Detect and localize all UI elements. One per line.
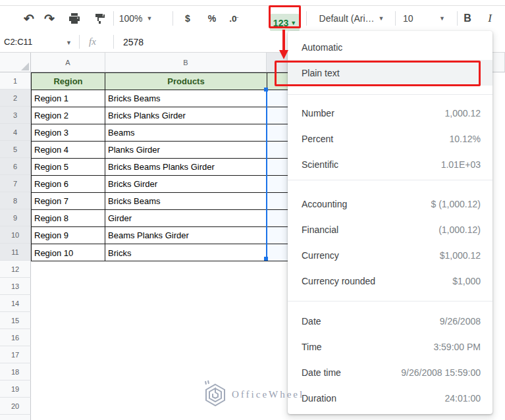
data-table: Region Products Region 1 Bricks Beams Re…	[31, 72, 267, 261]
row-header-16[interactable]: 16	[0, 329, 31, 346]
cell-a7[interactable]: Region 6	[32, 176, 105, 192]
cell-b8[interactable]: Bricks Beams	[105, 193, 267, 209]
table-row: Region 7 Bricks Beams	[32, 193, 267, 210]
toolbar-divider	[457, 11, 458, 26]
menu-divider	[288, 94, 492, 95]
table-row: Region 8 Girder	[32, 210, 267, 227]
officewheel-watermark: OfficeWheel	[201, 379, 304, 409]
select-all-corner[interactable]	[0, 53, 31, 72]
row-header-2[interactable]: 2	[0, 90, 31, 107]
menu-item-number[interactable]: Number1,000.12	[288, 100, 492, 126]
cell-b11[interactable]: Bricks	[105, 244, 267, 261]
cell-b3[interactable]: Bricks Planks Girder	[105, 107, 267, 124]
row-header-1[interactable]: 1	[0, 72, 31, 90]
menu-item-example: 1,000.12	[445, 108, 481, 118]
watermark-text: OfficeWheel	[232, 389, 304, 400]
menu-item-currency[interactable]: Currency$1,000.12	[288, 242, 492, 268]
print-icon[interactable]	[67, 6, 82, 31]
cell-b1[interactable]: Products	[105, 73, 267, 90]
cell-a1[interactable]: Region	[32, 73, 105, 90]
row-header-4[interactable]: 4	[0, 124, 31, 141]
row-header-5[interactable]: 5	[0, 141, 31, 158]
cell-b9[interactable]: Girder	[105, 210, 267, 226]
cell-a5[interactable]: Region 4	[32, 142, 105, 158]
paint-format-icon[interactable]	[93, 6, 107, 31]
column-header-a[interactable]: A	[31, 53, 105, 72]
row-header-10[interactable]: 10	[0, 226, 31, 244]
cell-a8[interactable]: Region 7	[32, 193, 105, 209]
table-row: Region 10 Bricks	[32, 244, 267, 261]
cell-b6[interactable]: Bricks Beams Planks Girder	[105, 159, 267, 175]
cell-b2[interactable]: Bricks Beams	[105, 90, 267, 107]
row-header-12[interactable]: 12	[0, 261, 31, 278]
cell-b10[interactable]: Beams Planks Girder	[105, 227, 267, 244]
menu-item-example: $1,000.12	[440, 250, 481, 261]
table-row: Region 9 Beams Planks Girder	[32, 227, 267, 244]
toolbar-divider	[113, 11, 114, 26]
row-header-15[interactable]: 15	[0, 312, 31, 329]
row-header-3[interactable]: 3	[0, 107, 31, 124]
menu-item-label: Scientific	[302, 159, 338, 170]
menu-divider	[288, 180, 492, 180]
cell-a11[interactable]: Region 10	[32, 244, 105, 261]
formula-input[interactable]: 2578	[123, 31, 144, 53]
font-family-select[interactable]: Default (Ari… ▼	[315, 6, 388, 31]
cell-a2[interactable]: Region 1	[32, 90, 105, 107]
cell-a10[interactable]: Region 9	[32, 227, 105, 244]
menu-item-automatic[interactable]: Automatic	[288, 34, 492, 60]
row-header-7[interactable]: 7	[0, 175, 31, 192]
format-percent-button[interactable]: %	[205, 6, 219, 31]
cell-a9[interactable]: Region 8	[32, 210, 105, 226]
format-currency-button[interactable]: $	[182, 6, 194, 31]
menu-item-example: $ (1,000.12)	[431, 199, 481, 209]
menu-item-currency-rounded[interactable]: Currency rounded$1,000	[288, 268, 492, 294]
officewheel-logo-icon	[201, 379, 229, 409]
row-header-14[interactable]: 14	[0, 295, 31, 312]
table-row: Region 5 Bricks Beams Planks Girder	[32, 159, 267, 176]
bold-button[interactable]: B	[462, 6, 473, 31]
cell-b4[interactable]: Beams	[105, 124, 267, 141]
column-header-b[interactable]: B	[105, 53, 267, 72]
row-header-6[interactable]: 6	[0, 158, 31, 175]
menu-item-date-time[interactable]: Date time9/26/2008 15:59:00	[288, 359, 492, 385]
row-header-8[interactable]: 8	[0, 192, 31, 209]
row-header-9[interactable]: 9	[0, 209, 31, 226]
menu-item-percent[interactable]: Percent10.12%	[288, 126, 492, 151]
zoom-select[interactable]: 100% ▼	[119, 6, 153, 31]
cell-a3[interactable]: Region 2	[32, 107, 105, 124]
row-header-13[interactable]: 13	[0, 278, 31, 295]
menu-item-accounting[interactable]: Accounting$ (1,000.12)	[288, 191, 492, 217]
row-header-21[interactable]: 21	[0, 415, 31, 420]
row-header-19[interactable]: 19	[0, 381, 31, 398]
menu-item-scientific[interactable]: Scientific1.01E+03	[288, 151, 492, 177]
selection-handle-top[interactable]	[264, 88, 268, 92]
name-box[interactable]: C2:C11	[4, 31, 32, 53]
cell-b5[interactable]: Planks Girder	[105, 142, 267, 158]
menu-item-financial[interactable]: Financial(1,000.12)	[288, 217, 492, 242]
row-header-11[interactable]: 11	[0, 244, 31, 261]
cell-a6[interactable]: Region 5	[32, 159, 105, 175]
italic-button[interactable]: I	[485, 6, 494, 31]
cell-a4[interactable]: Region 3	[32, 124, 105, 141]
font-size-select[interactable]: 10 ▼	[400, 6, 448, 31]
redo-icon[interactable]: ↷	[42, 6, 57, 31]
chevron-down-icon[interactable]: ▼	[66, 39, 72, 46]
menu-item-label: Currency rounded	[302, 276, 375, 286]
row-header-18[interactable]: 18	[0, 363, 31, 381]
toolbar-divider	[306, 11, 307, 26]
annotation-box-123-button	[269, 5, 301, 28]
sheet-area-right	[492, 72, 505, 420]
cell-b7[interactable]: Bricks Girder	[105, 176, 267, 192]
formula-bar-divider	[113, 35, 114, 49]
menu-item-date[interactable]: Date9/26/2008	[288, 308, 492, 334]
decrease-decimal-button[interactable]: .0←	[226, 6, 240, 31]
row-header-20[interactable]: 20	[0, 398, 31, 415]
menu-item-time[interactable]: Time3:59:00 PM	[288, 334, 492, 359]
undo-icon[interactable]: ↶	[22, 6, 36, 31]
menu-item-duration[interactable]: Duration24:01:00	[288, 385, 492, 411]
menu-item-example: 24:01:00	[445, 393, 481, 404]
row-header-17[interactable]: 17	[0, 346, 31, 363]
menu-item-example: 9/26/2008 15:59:00	[401, 367, 481, 378]
corner-triangle-icon	[21, 63, 29, 70]
selection-handle-bottom[interactable]	[264, 257, 268, 261]
